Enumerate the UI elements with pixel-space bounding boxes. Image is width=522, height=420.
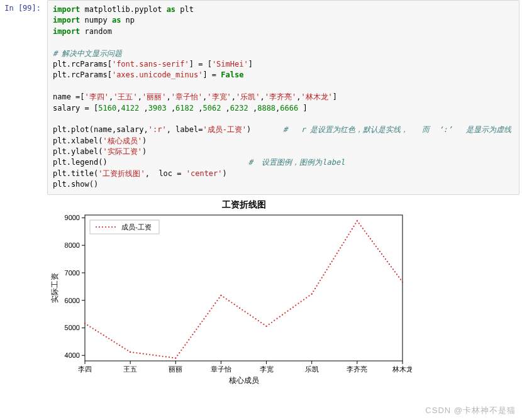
line-dot	[364, 230, 365, 231]
line-dot	[287, 310, 288, 311]
line-dot	[325, 272, 326, 273]
line-dot	[103, 334, 104, 336]
line-dot	[258, 320, 259, 321]
line-dot	[250, 314, 251, 316]
line-dot	[379, 250, 380, 251]
line-dot	[179, 352, 180, 353]
line-dot	[207, 312, 208, 314]
line-dot	[282, 314, 283, 315]
line-dot	[228, 300, 230, 301]
line-dot	[175, 357, 176, 358]
x-tick-label: 李齐亮	[347, 365, 367, 373]
code-input[interactable]: import matplotlib.pyplot as plt import n…	[47, 0, 519, 195]
legend-label: 成员-工资	[121, 223, 152, 231]
line-dot	[357, 220, 358, 221]
line-dot	[366, 233, 367, 234]
line-dot	[188, 339, 189, 340]
line-dot	[89, 326, 91, 327]
line-dot	[389, 263, 390, 265]
x-axis-label: 核心成员	[228, 376, 259, 385]
line-dot	[226, 298, 227, 299]
line-dot	[231, 302, 232, 303]
line-dot	[284, 312, 286, 313]
line-dot	[136, 352, 137, 353]
line-dot	[149, 354, 150, 355]
line-dot	[236, 306, 238, 307]
line-dot	[186, 341, 187, 343]
line-dot	[279, 316, 280, 317]
line-dot	[205, 316, 206, 317]
line-dot	[353, 225, 354, 226]
line-dot	[383, 256, 384, 257]
line-dot	[274, 319, 275, 321]
line-dot	[265, 325, 267, 326]
line-dot	[84, 323, 86, 324]
line-dot	[355, 223, 356, 224]
legend-swatch-dot	[102, 226, 103, 228]
line-dot	[184, 344, 186, 345]
line-dot	[391, 266, 392, 267]
line-dot	[314, 287, 316, 289]
line-dot	[377, 248, 379, 249]
line-dot	[140, 353, 141, 354]
line-dot	[242, 309, 243, 310]
line-dot	[348, 233, 349, 235]
x-tick-label: 丽丽	[169, 365, 182, 373]
line-dot	[263, 323, 264, 324]
y-tick-label: 6000	[65, 296, 80, 304]
line-dot	[269, 323, 270, 324]
cell-output: 400050006000700080009000李四王五丽丽章子怡李宽乐凯李齐亮…	[47, 195, 522, 386]
legend-swatch-dot	[96, 226, 97, 228]
y-axis-label: 实际工资	[50, 273, 59, 303]
plot-frame	[85, 215, 403, 361]
line-dot	[308, 295, 309, 296]
line-dot	[214, 302, 216, 304]
legend-swatch-dot	[99, 226, 100, 228]
line-dot	[313, 290, 314, 292]
line-dot	[252, 316, 253, 318]
line-dot	[192, 334, 193, 335]
line-dot	[381, 253, 382, 255]
line-dot	[295, 304, 296, 306]
line-dot	[318, 282, 319, 284]
line-dot	[92, 328, 94, 329]
line-dot	[336, 252, 338, 253]
line-dot	[330, 263, 331, 265]
line-dot	[374, 243, 375, 244]
line-dot	[125, 348, 126, 349]
x-tick-label: 李宽	[260, 365, 274, 373]
line-dot	[271, 321, 272, 323]
line-dot	[199, 323, 201, 324]
line-chart: 400050006000700080009000李四王五丽丽章子怡李宽乐凯李齐亮…	[47, 197, 412, 386]
line-dot	[342, 245, 343, 246]
line-dot	[345, 239, 346, 240]
line-dot	[340, 247, 341, 248]
line-dot	[155, 355, 157, 356]
line-dot	[387, 261, 388, 262]
line-dot	[333, 258, 334, 259]
line-dot	[260, 322, 262, 323]
y-tick-label: 5000	[65, 324, 80, 331]
line-dot	[362, 228, 364, 229]
line-dot	[276, 318, 277, 319]
line-dot	[347, 236, 348, 238]
line-dot	[172, 356, 173, 358]
line-dot	[130, 351, 131, 352]
line-dot	[133, 351, 134, 353]
line-dot	[143, 353, 144, 354]
line-dot	[321, 277, 323, 278]
line-dot	[169, 356, 170, 358]
line-dot	[331, 260, 333, 262]
legend-swatch-dot	[105, 226, 106, 228]
y-tick-label: 9000	[65, 214, 80, 221]
line-dot	[197, 326, 199, 327]
line-dot	[245, 311, 246, 312]
line-dot	[223, 296, 225, 297]
line-dot	[182, 346, 184, 348]
y-tick-label: 8000	[65, 241, 80, 249]
line-dot	[368, 235, 369, 236]
x-tick-label: 王五	[123, 365, 137, 373]
line-dot	[311, 293, 313, 294]
line-dot	[319, 280, 321, 281]
line-dot	[216, 300, 218, 301]
